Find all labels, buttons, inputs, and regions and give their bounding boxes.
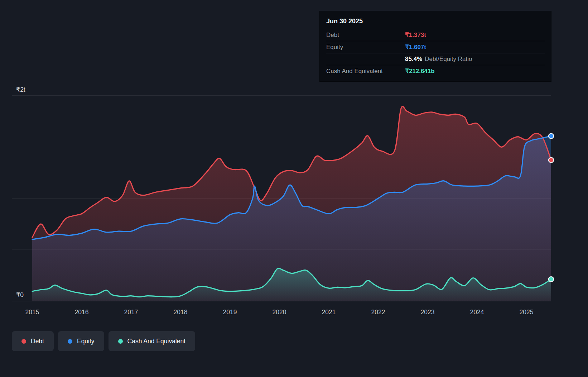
x-axis-label: 2019 <box>223 309 237 316</box>
x-axis-label: 2022 <box>371 309 385 316</box>
legend-cash-label: Cash And Equivalent <box>127 338 185 345</box>
y-axis-label: ₹0 <box>16 291 24 299</box>
x-axis-label: 2016 <box>75 309 89 316</box>
tooltip-equity-value: ₹1.607t <box>405 43 545 51</box>
debt-equity-ratio-label: Debt/Equity Ratio <box>425 56 472 62</box>
chart-tooltip: Jun 30 2025 Debt ₹1.373t Equity ₹1.607t … <box>319 11 551 82</box>
tooltip-date: Jun 30 2025 <box>326 15 545 29</box>
tooltip-cash-label: Cash And Equivalent <box>326 68 405 75</box>
chart-legend: Debt Equity Cash And Equivalent <box>12 331 195 351</box>
legend-item-cash[interactable]: Cash And Equivalent <box>109 331 195 351</box>
debt-legend-dot-icon <box>21 339 26 344</box>
legend-item-debt[interactable]: Debt <box>12 331 54 351</box>
legend-equity-label: Equity <box>77 338 95 345</box>
cash-legend-dot-icon <box>118 339 123 344</box>
debt-end-marker <box>549 158 554 163</box>
x-axis-label: 2015 <box>25 309 39 316</box>
equity-legend-dot-icon <box>68 339 72 344</box>
x-axis-label: 2017 <box>124 309 138 316</box>
x-axis-label: 2024 <box>470 309 484 316</box>
x-axis-label: 2025 <box>520 309 534 316</box>
legend-item-equity[interactable]: Equity <box>58 331 104 351</box>
tooltip-debt-label: Debt <box>326 32 405 39</box>
x-axis-label: 2018 <box>174 309 188 316</box>
tooltip-row-cash: Cash And Equivalent ₹212.641b <box>326 65 545 77</box>
y-axis-label: ₹2t <box>16 86 25 93</box>
tooltip-row-ratio: 85.4%Debt/Equity Ratio <box>326 53 545 65</box>
tooltip-row-debt: Debt ₹1.373t <box>326 29 545 41</box>
x-axis-label: 2023 <box>421 309 435 316</box>
tooltip-row-equity: Equity ₹1.607t <box>326 41 545 53</box>
x-axis-label: 2021 <box>322 309 336 316</box>
cash-and-equivalent-end-marker <box>549 277 554 282</box>
legend-debt-label: Debt <box>31 338 44 345</box>
x-axis-label: 2020 <box>273 309 286 316</box>
tooltip-ratio-value-group: 85.4%Debt/Equity Ratio <box>405 56 545 63</box>
tooltip-cash-value: ₹212.641b <box>405 67 545 75</box>
equity-end-marker <box>549 134 554 139</box>
tooltip-equity-label: Equity <box>326 44 405 51</box>
tooltip-debt-value: ₹1.373t <box>405 31 545 39</box>
debt-equity-history-page: ₹2t₹020152016201720182019202020212022202… <box>0 0 588 377</box>
debt-equity-ratio-value: 85.4% <box>405 56 422 62</box>
